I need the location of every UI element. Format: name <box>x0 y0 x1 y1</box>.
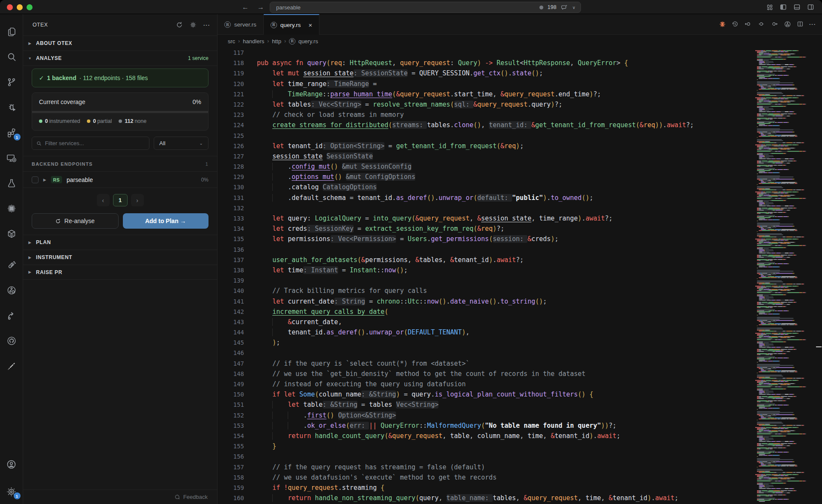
chat-sparkle-icon[interactable] <box>561 4 568 11</box>
toggle-panel-icon[interactable] <box>793 3 801 11</box>
close-tab-icon[interactable]: × <box>309 21 313 29</box>
filter-services-input[interactable] <box>45 140 145 146</box>
line-number: 157 <box>217 462 244 472</box>
line-number: 126 <box>217 141 244 151</box>
otex-action-icon[interactable] <box>719 21 726 28</box>
chevron-down-icon: ⌄ <box>200 141 203 146</box>
chevron-right-icon: ▶ <box>27 256 33 259</box>
section-label: RAISE PR <box>36 269 62 275</box>
forward-icon[interactable]: → <box>257 3 264 11</box>
source-control-icon[interactable] <box>6 77 18 88</box>
github-icon[interactable] <box>6 335 18 346</box>
breadcrumb-item[interactable]: http <box>272 38 281 45</box>
section-instrument[interactable]: ▶ INSTRUMENT <box>23 250 217 265</box>
checkpoint-icon[interactable] <box>757 21 765 27</box>
section-label: PLAN <box>36 239 51 245</box>
code-line: 125 <box>217 131 749 141</box>
code-editor[interactable]: 117118pub async fn query(req: HttpReques… <box>217 48 822 504</box>
line-number: 129 <box>217 172 244 182</box>
instrumented-label: instrumented <box>49 118 80 124</box>
analyse-body: ✓ 1 backend · 112 endpoints · 158 files … <box>23 66 217 235</box>
run-debug-icon[interactable] <box>6 102 18 113</box>
prev-checkpoint-icon[interactable] <box>744 21 752 27</box>
rust-file-icon: R <box>224 21 231 28</box>
reanalyse-button[interactable]: Re-analyse <box>32 213 119 229</box>
share-arrow-icon[interactable] <box>6 310 18 321</box>
split-editor-icon[interactable] <box>797 21 804 27</box>
add-to-plan-button[interactable]: Add to Plan → <box>123 213 209 229</box>
breadcrumb-item[interactable]: src <box>228 38 235 45</box>
feedback-bubble-icon <box>174 494 180 500</box>
breadcrumb-item[interactable]: handlers <box>243 38 264 45</box>
more-actions-icon[interactable]: ··· <box>203 22 210 28</box>
minimap[interactable] <box>754 48 818 502</box>
back-icon[interactable]: ← <box>242 3 249 11</box>
toggle-primary-sidebar-icon[interactable] <box>780 3 787 11</box>
code-line: 126 let tenant_id: Option<String> = get_… <box>217 141 749 151</box>
code-line: 145 ); <box>217 337 749 348</box>
line-number: 127 <box>217 151 244 161</box>
containers-box-icon[interactable] <box>6 228 18 239</box>
remote-explorer-icon[interactable] <box>6 152 18 164</box>
more-actions-icon[interactable]: ··· <box>809 21 816 27</box>
none-label: none <box>134 118 146 124</box>
lab-flask-icon[interactable] <box>6 259 18 271</box>
explorer-icon[interactable] <box>6 26 18 37</box>
main-layout: 1 1 OTEX ··· <box>0 14 822 504</box>
sidebar-header: OTEX ··· <box>23 14 217 36</box>
gear-icon[interactable] <box>190 21 197 28</box>
next-page-button[interactable]: › <box>131 194 144 206</box>
customize-layout-icon[interactable] <box>766 4 773 11</box>
service-checkbox[interactable] <box>32 176 39 183</box>
activity-bar: 1 1 <box>0 14 23 504</box>
toggle-secondary-sidebar-icon[interactable] <box>807 3 814 11</box>
code-line: 129 .options_mut() &mut ConfigOptions <box>217 172 749 182</box>
tab-query-rs[interactable]: R query.rs × <box>264 14 320 35</box>
close-window-button[interactable] <box>7 4 13 10</box>
maximize-window-button[interactable] <box>27 4 33 10</box>
line-number: 138 <box>217 265 244 275</box>
section-analyse[interactable]: ▼ ANALYSE 1 service <box>23 51 217 66</box>
refresh-icon[interactable] <box>176 21 183 28</box>
filter-services-field[interactable] <box>32 137 149 150</box>
line-number: 130 <box>217 182 244 192</box>
git-graph-icon[interactable] <box>6 285 18 296</box>
feedback-link[interactable]: Feedback <box>23 489 217 504</box>
code-line: 119 let mut session_state: SessionState … <box>217 68 749 78</box>
section-raise-pr[interactable]: ▶ RAISE PR <box>23 265 217 280</box>
search-icon[interactable] <box>6 51 18 63</box>
breadcrumb-separator: › <box>267 38 269 44</box>
prev-page-button[interactable]: ‹ <box>97 194 110 206</box>
code-line: 134 let creds: SessionKey = extract_sess… <box>217 224 749 234</box>
command-center[interactable]: parseable 198 ∨ <box>270 2 581 13</box>
breadcrumb-item[interactable]: query.rs <box>298 38 318 45</box>
minimize-window-button[interactable] <box>17 4 23 10</box>
chevron-down-icon[interactable]: ∨ <box>572 5 575 10</box>
account-icon[interactable] <box>6 459 18 470</box>
service-row-parseable[interactable]: ▶ RS parseable 0% <box>23 171 217 188</box>
otex-starburst-icon[interactable] <box>6 203 18 214</box>
code-line: 147 // if the query is `select count(*) … <box>217 358 749 369</box>
chevron-right-icon[interactable]: ▶ <box>43 178 46 182</box>
git-graph-action-icon[interactable] <box>784 21 791 28</box>
section-plan[interactable]: ▶ PLAN <box>23 235 217 250</box>
marker-pen-icon[interactable] <box>6 361 18 372</box>
line-number: 158 <box>217 472 244 483</box>
settings-gear-icon[interactable]: 1 <box>6 486 18 497</box>
code-line: 118pub async fn query(req: HttpRequest, … <box>217 58 749 68</box>
line-number: 155 <box>217 441 244 451</box>
extensions-icon[interactable]: 1 <box>6 127 18 138</box>
filter-type-select[interactable]: All ⌄ <box>154 137 208 150</box>
line-number: 154 <box>217 431 244 441</box>
chevron-right-icon: ▶ <box>27 241 33 245</box>
editor-group: R server.rs R query.rs × ··· <box>217 14 822 504</box>
line-number: 123 <box>217 110 244 120</box>
none-dot <box>119 119 122 123</box>
tab-server-rs[interactable]: R server.rs <box>217 14 264 34</box>
section-about-otex[interactable]: ▶ ABOUT OTEX <box>23 36 217 51</box>
timeline-history-icon[interactable] <box>732 21 739 27</box>
testing-beaker-icon[interactable] <box>6 178 18 189</box>
code-line: 122 let tables: Vec<String> = resolve_st… <box>217 99 749 110</box>
next-checkpoint-icon[interactable] <box>771 21 778 27</box>
code-line: 137 user_auth_for_datasets(&permissions,… <box>217 255 749 265</box>
